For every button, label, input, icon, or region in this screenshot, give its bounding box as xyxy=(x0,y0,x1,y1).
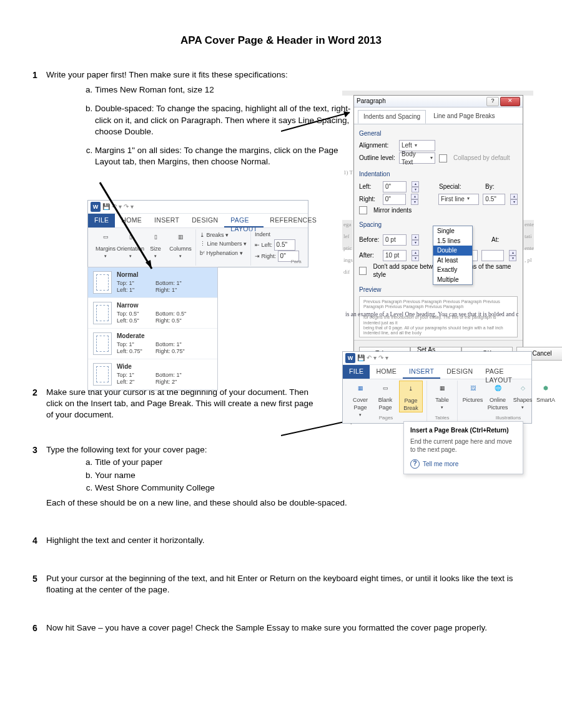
nospace-checkbox[interactable] xyxy=(359,267,367,275)
tab-insert[interactable]: INSERT xyxy=(148,214,185,227)
word-ribbon-page-layout: W 💾 ↶▾ ↷▾ FILE HOME INSERT DESIGN PAGE L… xyxy=(87,200,308,267)
page-title: APA Cover Page & Header in Word 2013 xyxy=(32,34,530,47)
online-pictures-button[interactable]: 🌐Online Pictures xyxy=(486,381,509,411)
tab-home[interactable]: HOME xyxy=(115,214,148,227)
tab-design[interactable]: DESIGN xyxy=(185,214,224,227)
step-6-text: Now hit Save – you have a cover page! Ch… xyxy=(46,622,530,634)
margins-narrow[interactable]: Narrow Top: 0.5"Bottom: 0.5" Left: 0.5"R… xyxy=(88,298,217,329)
word-ribbon-insert: W 💾 ↶ ▾↷ ▾ FILE HOME INSERT DESIGN PAGE … xyxy=(342,351,532,424)
page-break-tooltip: Insert a Page Break (Ctrl+Return) End th… xyxy=(403,421,523,474)
cover-page-button[interactable]: ▦Cover Page▾ xyxy=(349,381,372,418)
tab-references[interactable]: REFERENCES xyxy=(264,214,323,227)
dialog-title: Paragraph xyxy=(357,97,386,106)
step-number-1: 1 xyxy=(32,69,46,176)
tab-home[interactable]: HOME xyxy=(370,365,403,379)
margins-dropdown[interactable]: .mico::before{top:4px;left:4px;right:4px… xyxy=(87,267,218,391)
step-5-text: Put your cursor at the beginning of the … xyxy=(46,573,530,596)
tab-page-layout[interactable]: PAGE LAYOUT xyxy=(224,214,264,227)
step-1-a: Times New Roman font, size 12 xyxy=(95,84,363,96)
indent-left-input[interactable]: 0" xyxy=(383,181,407,192)
step-3-c: West Shore Community College xyxy=(95,482,363,494)
margins-normal[interactable]: .mico::before{top:4px;left:4px;right:4px… xyxy=(88,267,217,298)
tab-design[interactable]: DESIGN xyxy=(440,365,479,379)
columns-button[interactable]: ▥Columns▾ xyxy=(169,229,192,259)
step-3-note: Each of these should be on a new line, a… xyxy=(46,497,530,509)
step-number-5: 5 xyxy=(32,573,46,596)
after-input[interactable]: 10 pt xyxy=(383,250,407,261)
tab-file[interactable]: FILE xyxy=(88,214,115,227)
margins-moderate[interactable]: Moderate Top: 1"Bottom: 1" Left: 0.75"Ri… xyxy=(88,329,217,359)
mirror-checkbox[interactable] xyxy=(359,206,367,214)
step-3-b: Your name xyxy=(95,470,363,481)
smartart-button[interactable]: ⬢SmartA xyxy=(536,381,555,404)
tell-me-more-link[interactable]: Tell me more xyxy=(410,459,516,469)
section-general: General xyxy=(359,129,518,138)
step-number-4: 4 xyxy=(32,535,46,547)
step-number-2: 2 xyxy=(32,387,46,421)
blank-page-button[interactable]: ▭Blank Page xyxy=(374,381,397,411)
dialog-caption: is an example of a Level One heading. Yo… xyxy=(345,311,533,319)
save-icon[interactable]: 💾 xyxy=(102,202,110,211)
help-icon[interactable]: ? xyxy=(486,97,499,106)
pictures-button[interactable]: 🖼Pictures xyxy=(461,381,484,404)
table-button[interactable]: ▦Table▾ xyxy=(431,381,453,411)
step-3-a: Title of your paper xyxy=(95,457,363,468)
step-1-c: Margins 1" on all sides: To change the m… xyxy=(95,145,363,167)
section-preview: Preview xyxy=(359,286,518,294)
step-number-6: 6 xyxy=(32,622,46,634)
section-indentation: Indentation xyxy=(359,170,518,179)
orientation-button[interactable]: ▯Orientation▾ xyxy=(119,229,142,259)
line-spacing-dropdown[interactable]: Single 1.5 lines Double At least Exactly… xyxy=(433,226,473,285)
bg-text: 1) T xyxy=(343,169,353,176)
size-button[interactable]: ▯Size▾ xyxy=(144,229,167,259)
step-2-text: Make sure that your cursor is at the beg… xyxy=(46,387,315,421)
special-select[interactable]: First line xyxy=(438,194,479,205)
tab-file[interactable]: FILE xyxy=(343,365,370,379)
outline-select[interactable]: Body Text xyxy=(399,152,435,164)
tab-indents-spacing[interactable]: Indents and Spacing xyxy=(358,110,426,124)
step-1-b: Double-spaced: To change the spacing, hi… xyxy=(95,103,363,137)
tab-line-breaks[interactable]: Line and Page Breaks xyxy=(428,110,500,124)
step-1-text: Write your paper first! Then make sure i… xyxy=(46,69,530,81)
shapes-button[interactable]: ◇Shapes▾ xyxy=(511,381,534,411)
by-input[interactable]: 0.5" xyxy=(483,194,505,205)
tab-insert[interactable]: INSERT xyxy=(403,365,440,379)
word-icon: W xyxy=(345,353,355,363)
paragraph-dialog: Paragraph ? ✕ Indents and Spacing Line a… xyxy=(353,95,523,367)
tab-page-layout[interactable]: PAGE LAYOUT xyxy=(479,365,531,379)
page-break-button[interactable]: ⤓Page Break xyxy=(399,381,423,412)
before-input[interactable]: 0 pt xyxy=(383,234,407,246)
indent-right-input[interactable]: 0" xyxy=(383,194,407,205)
step-4-text: Highlight the text and center it horizon… xyxy=(46,535,530,547)
margins-button[interactable]: ▭Margins▾ xyxy=(94,229,117,259)
close-icon[interactable]: ✕ xyxy=(500,97,520,106)
step-number-3: 3 xyxy=(32,444,46,509)
collapsed-checkbox[interactable] xyxy=(439,154,447,162)
word-icon: W xyxy=(91,202,101,212)
margins-wide[interactable]: Wide Top: 1"Bottom: 1" Left: 2"Right: 2" xyxy=(88,359,217,390)
at-input[interactable] xyxy=(481,250,504,261)
